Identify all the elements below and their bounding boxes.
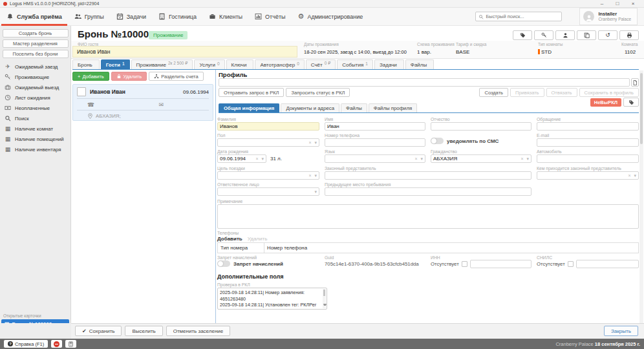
sidebar-item-expected-departure[interactable]: Ожидаемый выезд	[0, 82, 70, 92]
legal-rep-relation-select[interactable]: ×▾	[537, 171, 639, 180]
menu-groups[interactable]: Группы	[74, 8, 104, 26]
close-card-button[interactable]: Закрыть	[604, 326, 638, 336]
user-menu[interactable]: Installer Cranberry Palace	[579, 8, 638, 25]
firstname-input[interactable]: Иван	[325, 122, 425, 131]
no-charge-toggle[interactable]	[217, 260, 230, 267]
surname-input[interactable]: Иванов	[217, 122, 319, 131]
note-textarea[interactable]	[217, 204, 639, 229]
sidebar-item-residents[interactable]: Проживающие	[0, 72, 70, 82]
search-input[interactable]	[486, 14, 559, 19]
tab-services[interactable]: Услуги0	[194, 59, 224, 69]
inn-absent-checkbox[interactable]	[462, 261, 467, 267]
tab-invoice[interactable]: Счёт0 ₽	[306, 59, 336, 69]
tab-stay[interactable]: Проживание2к 2 500 ₽	[131, 59, 193, 69]
copy-button[interactable]	[577, 30, 596, 40]
guest-button[interactable]	[555, 30, 575, 40]
phones-add-button[interactable]: Добавить	[217, 236, 242, 242]
split-master-button[interactable]: Мастер разделения	[3, 39, 69, 48]
sidebar-item-room-availability[interactable]: ▦ Наличие комнат	[0, 123, 70, 134]
snils-input[interactable]	[576, 260, 639, 268]
onec-button[interactable]	[51, 340, 62, 348]
rkl-check-log[interactable]: 2025-09-18 14:28:11| Номер заявления: 46…	[217, 288, 327, 310]
tab-profile-files[interactable]: Файлы профиля	[369, 103, 417, 112]
profile-doc-button[interactable]	[631, 78, 639, 87]
sms-toggle[interactable]	[431, 138, 444, 144]
delete-guest-button[interactable]: Удалить	[111, 72, 147, 81]
tab-guests[interactable]: Гости1	[101, 59, 130, 69]
chevron-down-icon[interactable]: ▾	[314, 173, 317, 178]
split-invoices-button[interactable]: Разделить счета	[149, 72, 203, 81]
citizenship-select[interactable]: АБХАЗИЯ×▾	[431, 154, 531, 163]
phone-input[interactable]	[325, 138, 425, 147]
tab-files[interactable]: Файлы	[341, 103, 367, 112]
save-to-profile-button[interactable]: Сохранить в профиль	[579, 88, 639, 97]
tags-button[interactable]	[513, 30, 532, 40]
print-button[interactable]	[619, 30, 639, 40]
tab-documents-addresses[interactable]: Документы и адреса	[281, 103, 339, 112]
sidebar-item-expected-arrival[interactable]: ✈ Ожидаемый заезд	[0, 61, 70, 72]
sidebar-item-inventory-availability[interactable]: ▦ Наличие инвентаря	[0, 144, 70, 154]
gender-select[interactable]: ×▾	[217, 138, 319, 147]
add-guest-button[interactable]: +Добавить	[72, 72, 109, 81]
link-profile-button[interactable]: Привязать	[510, 88, 544, 97]
clear-icon[interactable]: ×	[308, 173, 311, 178]
phones-col-type[interactable]: Тип номера	[218, 243, 264, 253]
trip-purpose-select[interactable]: ×▾	[217, 171, 319, 180]
profile-input[interactable]	[219, 78, 630, 87]
tab-general-info[interactable]: Общая информация	[219, 103, 279, 112]
prev-place-input[interactable]	[325, 187, 531, 196]
tab-files[interactable]: Файлы	[405, 59, 434, 69]
tab-events[interactable]: События1	[337, 59, 373, 69]
menu-reports[interactable]: Отчёты	[255, 8, 285, 26]
tab-transfer[interactable]: Автотрансфер0	[255, 59, 304, 69]
tab-tasks[interactable]: Задачи	[374, 59, 404, 69]
create-booking-button[interactable]: Создать бронь	[3, 29, 69, 37]
guest-card[interactable]: Иванов Иван 09.06.1994 ☎ ✉ АБХАЗИЯ;	[72, 84, 213, 121]
create-profile-button[interactable]: Создать	[479, 88, 508, 97]
minimize-button[interactable]: –	[594, 1, 610, 6]
clear-icon[interactable]: ×	[308, 140, 311, 145]
salutation-input[interactable]	[537, 122, 639, 131]
patronymic-input[interactable]	[431, 122, 531, 131]
menu-clients[interactable]: Клиенты	[209, 8, 242, 26]
language-select[interactable]: ×▾	[325, 154, 425, 163]
chevron-down-icon[interactable]: ▾	[314, 189, 317, 195]
chevron-down-icon[interactable]: ▾	[314, 140, 317, 145]
tab-booking[interactable]: Бронь	[72, 59, 100, 69]
help-button[interactable]: ? Справка (F1)	[4, 340, 48, 348]
chevron-down-icon[interactable]: ▾	[634, 173, 636, 178]
legal-rep-input[interactable]	[325, 171, 531, 180]
email-input[interactable]	[537, 138, 639, 147]
clear-icon[interactable]: ×	[521, 156, 523, 161]
phones-remove-button[interactable]: Удалить	[248, 236, 268, 242]
form-scrollbar[interactable]	[639, 70, 643, 323]
menu-tasks[interactable]: Задачи	[116, 8, 146, 26]
keys-button[interactable]	[534, 30, 553, 40]
clear-icon[interactable]: ×	[628, 173, 630, 178]
close-button[interactable]: ×	[625, 1, 641, 6]
clear-icon[interactable]: ×	[414, 156, 417, 161]
history-button[interactable]: ↺	[598, 30, 617, 40]
tab-keys[interactable]: Ключи	[226, 59, 254, 69]
inn-input[interactable]	[470, 260, 531, 268]
responsible-select[interactable]: ▾	[217, 187, 319, 196]
chevron-down-icon[interactable]: ▾	[420, 156, 423, 162]
sidebar-item-waitlist[interactable]: Лист ожидания	[0, 92, 70, 103]
guest-photo-checkbox[interactable]	[77, 87, 86, 96]
birthdate-input[interactable]: 09.06.1994×▾	[217, 154, 266, 163]
menu-front-desk[interactable]: Служба приёма	[6, 8, 62, 26]
menu-hotel[interactable]: Гостиница	[158, 8, 197, 26]
cancel-checkin-button[interactable]: Отменить заселение	[166, 326, 231, 336]
phones-col-number[interactable]: Номер телефона	[264, 243, 638, 253]
log-scrollbar[interactable]	[323, 289, 326, 308]
sidebar-item-search[interactable]: Поиск	[0, 113, 70, 123]
checkout-button[interactable]: Выселить	[125, 326, 162, 336]
chevron-down-icon[interactable]: ▾	[261, 156, 264, 162]
quick-search[interactable]	[475, 12, 562, 21]
clear-icon[interactable]: ×	[255, 156, 258, 161]
maximize-button[interactable]: □	[610, 1, 625, 6]
chevron-down-icon[interactable]: ▾	[526, 156, 529, 162]
car-input[interactable]	[537, 154, 639, 163]
calculator-button[interactable]	[65, 340, 76, 348]
sidebar-item-unpaid[interactable]: Неоплаченные	[0, 103, 70, 113]
